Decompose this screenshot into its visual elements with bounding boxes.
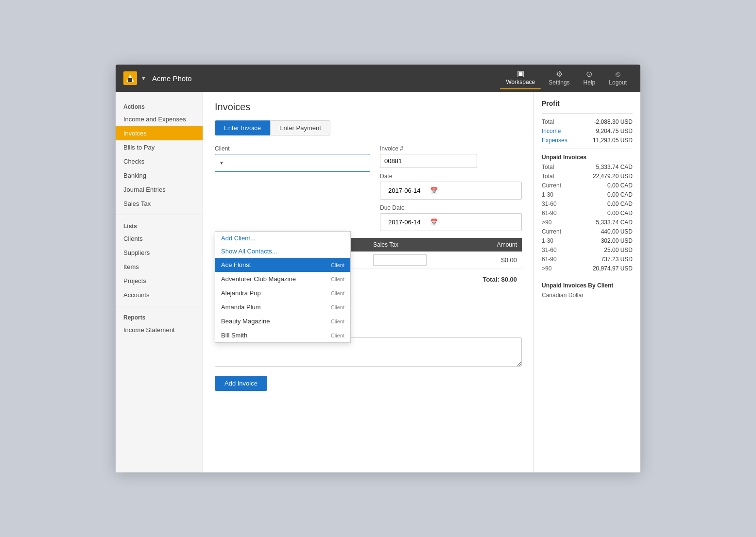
add-client-link[interactable]: Add Client...: [215, 232, 350, 245]
sidebar-item-clients[interactable]: Clients: [116, 232, 203, 246]
content-area: Invoices Enter Invoice Enter Payment Cli…: [203, 92, 533, 472]
date-group: Date 📅: [380, 173, 522, 200]
profit-income-value: 9,204.75 USD: [596, 128, 633, 134]
tab-enter-payment[interactable]: Enter Payment: [270, 120, 330, 135]
dropdown-item-amanda-plum[interactable]: Amanda Plum Client: [215, 300, 350, 314]
client-dropdown-menu: Add Client... Show All Contacts... Ace F…: [215, 231, 351, 343]
nav-settings[interactable]: ⚙ Settings: [543, 67, 575, 89]
date-input[interactable]: [384, 184, 428, 197]
profit-income-row: Income 9,204.75 USD: [542, 128, 633, 134]
unpaid-by-client-divider: [542, 277, 633, 277]
invoice-num-group: Invoice #: [380, 145, 522, 168]
sidebar-item-suppliers[interactable]: Suppliers: [116, 246, 203, 260]
canadian-dollar-row: Canadian Dollar: [542, 292, 633, 299]
brand-dropdown-arrow[interactable]: ▼: [141, 75, 146, 81]
unpaid-by-client-title: Unpaid Invoices By Client: [542, 282, 633, 289]
lists-section-title: Lists: [116, 219, 203, 232]
settings-icon: ⚙: [556, 70, 563, 78]
unpaid-detail-row: >905,333.74 CAD: [542, 219, 633, 226]
profit-total-value: -2,088.30 USD: [594, 118, 633, 125]
client-label: Client: [215, 145, 370, 152]
profit-divider: [542, 113, 633, 114]
profit-expenses-row: Expenses 11,293.05 USD: [542, 137, 633, 144]
profit-total-label: Total: [542, 118, 554, 125]
sidebar-item-accounts[interactable]: Accounts: [116, 288, 203, 302]
sidebar-item-income-statement[interactable]: Income Statement: [116, 323, 203, 337]
nav-workspace[interactable]: ▣ Workspace: [500, 67, 541, 89]
profit-income-label: Income: [542, 128, 561, 134]
tax-input[interactable]: [373, 254, 427, 266]
unpaid-detail-row: 1-30302.00 USD: [542, 237, 633, 244]
tax-cell: [368, 252, 445, 269]
unpaid-detail-row: 31-600.00 CAD: [542, 201, 633, 207]
sidebar-item-income-expenses[interactable]: Income and Expenses: [116, 112, 203, 126]
nav-actions: ▣ Workspace ⚙ Settings ⊙ Help ⎋ Logout: [500, 67, 633, 89]
logout-icon: ⎋: [616, 70, 620, 78]
calendar-icon: 📅: [430, 187, 438, 194]
page-title: Invoices: [215, 101, 522, 113]
unpaid-detail-row: Current0.00 CAD: [542, 182, 633, 189]
profit-expenses-value: 11,293.05 USD: [593, 137, 633, 144]
sidebar-divider-2: [116, 306, 203, 306]
unpaid-invoices-title: Unpaid Invoices: [542, 154, 633, 161]
sidebar-item-banking[interactable]: Banking: [116, 168, 203, 183]
invoice-num-label: Invoice #: [380, 145, 522, 152]
sidebar-item-projects[interactable]: Projects: [116, 274, 203, 288]
due-date-group: Due Date 📅: [380, 204, 522, 231]
help-icon: ⊙: [586, 70, 592, 78]
canadian-dollar-label: Canadian Dollar: [542, 292, 584, 299]
profit-title: Profit: [542, 100, 633, 107]
client-input[interactable]: [224, 156, 366, 169]
due-calendar-icon: 📅: [430, 218, 438, 226]
brand-logo-icon: [123, 71, 137, 85]
client-dropdown-arrow: ▼: [219, 160, 224, 166]
nav-workspace-label: Workspace: [506, 79, 535, 85]
sidebar-item-journal-entries[interactable]: Journal Entries: [116, 183, 203, 197]
date-input-wrapper[interactable]: 📅: [380, 182, 522, 200]
col-amount: Amount: [445, 238, 522, 252]
sidebar-item-bills-to-pay[interactable]: Bills to Pay: [116, 140, 203, 154]
due-date-input[interactable]: [384, 216, 428, 229]
dropdown-item-alejandra-pop[interactable]: Alejandra Pop Client: [215, 286, 350, 300]
invoice-tabs: Enter Invoice Enter Payment: [215, 120, 522, 135]
show-all-contacts-link[interactable]: Show All Contacts...: [215, 245, 350, 258]
unpaid-rows: Total5,333.74 CADTotal22,479.20 USDCurre…: [542, 164, 633, 272]
unpaid-detail-row: 31-6025.00 USD: [542, 247, 633, 253]
unpaid-divider: [542, 149, 633, 149]
nav-logout[interactable]: ⎋ Logout: [603, 67, 633, 89]
invoice-num-input[interactable]: [380, 154, 477, 168]
svg-rect-2: [128, 78, 132, 82]
sidebar-item-items[interactable]: Items: [116, 260, 203, 274]
add-invoice-button[interactable]: Add Invoice: [215, 376, 267, 391]
unpaid-detail-row: Total22,479.20 USD: [542, 173, 633, 180]
unpaid-detail-row: 61-900.00 CAD: [542, 210, 633, 217]
dropdown-item-bill-smith[interactable]: Bill Smith Client: [215, 328, 350, 342]
amount-cell: $0.00: [445, 252, 522, 269]
brand: ▼ Acme Photo: [123, 71, 500, 85]
due-date-input-wrapper[interactable]: 📅: [380, 213, 522, 231]
workspace-icon: ▣: [517, 70, 524, 78]
nav-help-label: Help: [584, 79, 596, 86]
profit-expenses-label: Expenses: [542, 137, 567, 144]
sidebar-item-invoices[interactable]: Invoices: [116, 126, 203, 140]
client-field: Client ▼ Add Client... Show All Contacts…: [215, 145, 370, 231]
dropdown-item-adventurer-club[interactable]: Adventurer Club Magazine Client: [215, 272, 350, 286]
tab-enter-invoice[interactable]: Enter Invoice: [215, 120, 270, 135]
sidebar-item-checks[interactable]: Checks: [116, 154, 203, 168]
actions-section-title: Actions: [116, 100, 203, 112]
main-layout: Actions Income and Expenses Invoices Bil…: [116, 92, 640, 472]
brand-name: Acme Photo: [152, 74, 192, 83]
invoice-right-fields: Invoice # Date 📅 Due Date: [380, 145, 522, 231]
dropdown-item-beauty-magazine[interactable]: Beauty Magazine Client: [215, 314, 350, 328]
sidebar: Actions Income and Expenses Invoices Bil…: [116, 92, 203, 472]
sidebar-item-sales-tax[interactable]: Sales Tax: [116, 197, 203, 211]
right-panel: Profit Total -2,088.30 USD Income 9,204.…: [533, 92, 640, 472]
nav-help[interactable]: ⊙ Help: [578, 67, 601, 89]
unpaid-detail-row: Total5,333.74 CAD: [542, 164, 633, 170]
app-window: ▼ Acme Photo ▣ Workspace ⚙ Settings ⊙ He…: [116, 65, 640, 472]
unpaid-detail-row: 61-90737.23 USD: [542, 256, 633, 263]
client-input-wrapper[interactable]: ▼: [215, 154, 370, 172]
due-date-label: Due Date: [380, 204, 522, 211]
top-nav: ▼ Acme Photo ▣ Workspace ⚙ Settings ⊙ He…: [116, 65, 640, 92]
dropdown-item-ace-florist[interactable]: Ace Florist Client: [215, 258, 350, 272]
